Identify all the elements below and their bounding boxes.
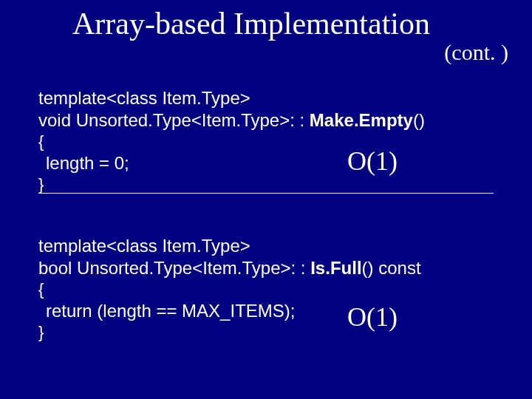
code-line: bool Unsorted.Type<Item.Type>: : Is.Full…	[38, 257, 421, 279]
code-text: void Unsorted.Type<Item.Type>: :	[38, 110, 310, 130]
complexity-label: O(1)	[347, 301, 398, 332]
slide-subtitle-cont: (cont. )	[444, 40, 508, 65]
code-text: ()	[413, 110, 425, 130]
code-line: void Unsorted.Type<Item.Type>: : Make.Em…	[38, 109, 425, 132]
code-block-makeempty: template<class Item.Type> void Unsorted.…	[38, 87, 425, 194]
code-line: template<class Item.Type>	[38, 235, 421, 257]
slide: Array-based Implementation (cont. ) temp…	[0, 0, 532, 399]
code-line: {	[38, 279, 421, 300]
code-funcname: Make.Empty	[310, 110, 413, 130]
complexity-label: O(1)	[347, 146, 398, 177]
code-line: template<class Item.Type>	[38, 87, 425, 109]
horizontal-rule	[38, 193, 494, 194]
code-text: bool Unsorted.Type<Item.Type>: :	[38, 258, 310, 278]
code-text: () const	[362, 258, 421, 278]
slide-title: Array-based Implementation	[72, 6, 430, 41]
code-funcname: Is.Full	[310, 258, 361, 278]
code-line: }	[38, 174, 425, 195]
